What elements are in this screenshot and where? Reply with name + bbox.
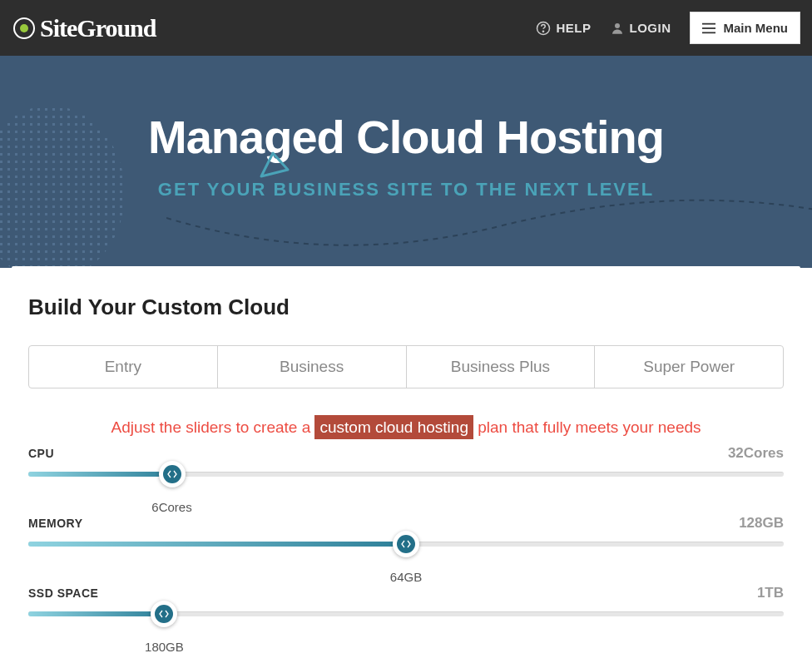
- slider-max: 1TB: [757, 585, 784, 601]
- instruction-post: plan that fully meets your needs: [473, 418, 701, 436]
- slider-handle[interactable]: [151, 601, 177, 627]
- hamburger-icon: [702, 22, 715, 34]
- slider-ssd-space: SSD SPACE 1TB 180GB: [28, 585, 784, 655]
- svg-rect-4: [702, 27, 715, 29]
- instruction-pre: Adjust the sliders to create a: [111, 418, 314, 436]
- slider-handle-icon: [163, 465, 181, 483]
- tab-entry[interactable]: Entry: [29, 346, 218, 388]
- logo-text: SiteGround: [40, 14, 156, 42]
- svg-marker-6: [261, 153, 288, 176]
- svg-rect-5: [702, 32, 715, 33]
- slider-memory: MEMORY 128GB 64GB: [28, 515, 784, 585]
- slider-current-value: 180GB: [145, 640, 184, 654]
- help-label: HELP: [556, 21, 591, 35]
- hero-title: Managed Cloud Hosting: [0, 110, 812, 164]
- triangle-icon: [255, 150, 291, 181]
- help-link[interactable]: HELP: [536, 21, 591, 36]
- slider-name: CPU: [28, 447, 54, 460]
- logo[interactable]: SiteGround: [13, 14, 156, 42]
- logo-icon: [13, 17, 35, 39]
- slider-max: 32Cores: [728, 445, 784, 462]
- slider-handle-icon: [397, 535, 415, 553]
- card-title: Build Your Custom Cloud: [28, 294, 784, 320]
- slider-cpu: CPU 32Cores 6Cores: [28, 445, 784, 515]
- slider-name: SSD SPACE: [28, 586, 98, 600]
- header-actions: HELP LOGIN Main Menu: [536, 12, 800, 44]
- slider-track[interactable]: 64GB: [28, 538, 784, 550]
- sliders-container: CPU 32Cores 6Cores MEMORY 128GB: [28, 445, 784, 655]
- menu-label: Main Menu: [724, 21, 789, 35]
- track-fill: [28, 611, 164, 616]
- plan-tabs: Entry Business Business Plus Super Power: [28, 345, 784, 388]
- slider-name: MEMORY: [28, 517, 82, 530]
- track-fill: [28, 472, 172, 477]
- svg-rect-3: [702, 22, 715, 24]
- svg-point-2: [615, 23, 620, 28]
- main-menu-button[interactable]: Main Menu: [690, 12, 801, 44]
- slider-track[interactable]: 180GB: [28, 608, 784, 620]
- slider-handle-icon: [155, 605, 173, 623]
- tab-business-plus[interactable]: Business Plus: [407, 346, 596, 388]
- decorative-curve: [166, 193, 812, 268]
- configurator-card: Build Your Custom Cloud Entry Business B…: [12, 266, 800, 663]
- track-fill: [28, 542, 406, 547]
- tab-business[interactable]: Business: [218, 346, 407, 388]
- instruction-text: Adjust the sliders to create a custom cl…: [28, 418, 784, 437]
- help-icon: [536, 21, 551, 36]
- slider-handle[interactable]: [159, 461, 186, 487]
- hero-banner: Managed Cloud Hosting GET YOUR BUSINESS …: [0, 56, 812, 268]
- slider-current-value: 6Cores: [151, 500, 191, 514]
- login-label: LOGIN: [630, 21, 671, 35]
- slider-current-value: 64GB: [390, 570, 422, 584]
- slider-handle[interactable]: [393, 531, 419, 557]
- slider-track[interactable]: 6Cores: [28, 468, 784, 480]
- instruction-highlight: custom cloud hosting: [314, 415, 473, 439]
- login-link[interactable]: LOGIN: [610, 21, 671, 36]
- slider-max: 128GB: [739, 515, 784, 532]
- user-icon: [610, 21, 625, 36]
- svg-point-1: [543, 31, 544, 32]
- tab-super-power[interactable]: Super Power: [595, 346, 783, 388]
- top-navigation: SiteGround HELP LOGIN Main Menu: [0, 0, 812, 56]
